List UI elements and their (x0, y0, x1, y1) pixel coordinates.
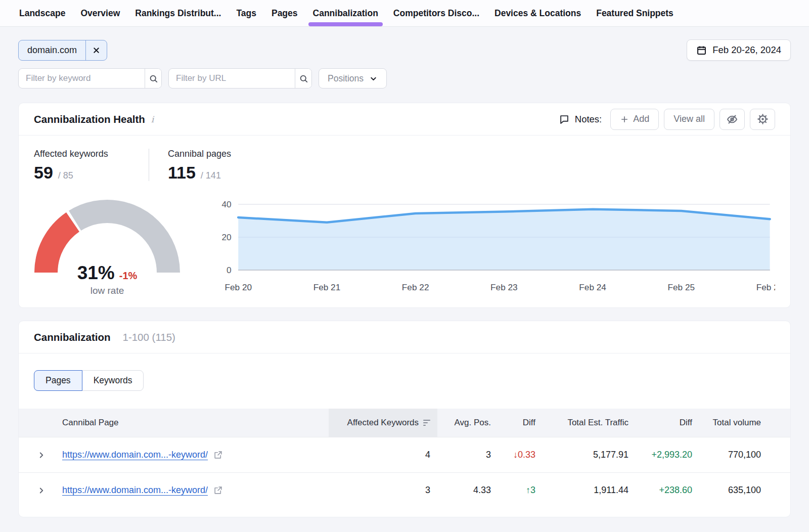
date-range-picker[interactable]: Feb 20-26, 2024 (687, 39, 791, 61)
table-row: https://www.domain.com...-keyword/ 3 4.3… (19, 472, 790, 508)
tab-label: Tags (236, 8, 256, 19)
cannibal-page-link[interactable]: https://www.domain.com...-keyword/ (62, 450, 208, 460)
url-filter-input[interactable] (169, 69, 295, 88)
table-range: 1-100 (115) (122, 331, 175, 343)
stat-label: Cannibal pages (168, 149, 231, 159)
column-cannibal-page[interactable]: Cannibal Page (59, 418, 329, 428)
column-label: Affected Keywords (347, 418, 419, 428)
gauge-caption: low rate (34, 285, 181, 296)
keyword-search-button[interactable] (145, 69, 161, 88)
svg-text:Feb 23: Feb 23 (490, 283, 518, 292)
sort-descending-icon (423, 420, 430, 426)
toggle-label: Keywords (94, 375, 132, 386)
plus-icon (620, 115, 629, 124)
affected-keywords-stat: Affected keywords 59 / 85 (34, 149, 149, 181)
svg-text:Feb 25: Feb 25 (668, 283, 695, 292)
table-header: Cannibal Page Affected Keywords Avg. Pos… (19, 409, 790, 437)
health-stats: Affected keywords 59 / 85 Cannibal pages… (34, 149, 775, 181)
tab-overview[interactable]: Overview (79, 0, 121, 26)
gauge-delta: -1% (119, 270, 138, 282)
info-icon[interactable]: i (151, 114, 154, 124)
keyword-filter-input[interactable] (19, 69, 145, 88)
tab-landscape[interactable]: Landscape (18, 0, 66, 26)
pages-keywords-toggle: Pages Keywords (34, 370, 144, 391)
column-affected-keywords[interactable]: Affected Keywords (329, 409, 437, 437)
column-pos-diff[interactable]: Diff (491, 418, 535, 428)
stat-label: Affected keywords (34, 149, 149, 159)
expand-row-button[interactable] (37, 451, 59, 460)
toggle-keywords[interactable]: Keywords (82, 370, 144, 391)
cannibal-page-link[interactable]: https://www.domain.com...-keyword/ (62, 485, 208, 496)
hide-notes-button[interactable] (720, 109, 745, 130)
svg-text:Feb 26: Feb 26 (756, 283, 775, 292)
affected-keywords-value: 3 (329, 485, 437, 496)
chevron-down-icon (369, 74, 378, 83)
position-diff: ↑3 (491, 485, 535, 496)
report-tabs: Landscape Overview Rankings Distribut...… (0, 0, 809, 27)
external-link-icon[interactable] (213, 485, 223, 495)
volume-value: 770,100 (692, 450, 761, 460)
calendar-icon (696, 45, 707, 56)
tab-label: Featured Snippets (596, 8, 673, 19)
table-card-title: Cannibalization 1-100 (115) (34, 331, 175, 343)
tab-tags[interactable]: Tags (235, 0, 257, 26)
tab-label: Overview (80, 8, 120, 19)
svg-text:Feb 21: Feb 21 (313, 283, 341, 292)
column-total-volume[interactable]: Total volume (692, 418, 761, 428)
position-diff: ↓0.33 (491, 450, 535, 460)
external-link-icon[interactable] (213, 450, 223, 460)
cannibalization-table-card: Cannibalization 1-100 (115) Pages Keywor… (18, 321, 791, 517)
tab-rankings-distribution[interactable]: Rankings Distribut... (134, 0, 222, 26)
svg-text:0: 0 (227, 265, 232, 275)
tab-label: Pages (272, 8, 298, 19)
notes-label-group: Notes: (559, 114, 602, 125)
add-note-label: Add (633, 114, 649, 124)
chevron-right-icon (37, 451, 46, 460)
health-gauge: 31% -1% low rate (34, 197, 181, 294)
view-all-notes-button[interactable]: View all (664, 109, 714, 130)
gear-icon (757, 113, 769, 125)
avg-pos-value: 3 (437, 450, 491, 460)
toggle-label: Pages (46, 375, 71, 386)
positions-dropdown-label: Positions (328, 73, 364, 84)
column-traffic-diff[interactable]: Diff (628, 418, 692, 428)
search-icon (149, 74, 158, 83)
domain-filter-chip[interactable]: domain.com (18, 40, 107, 61)
tab-label: Landscape (19, 8, 65, 19)
tab-label: Cannibalization (313, 8, 378, 19)
gauge-percent: 31% (77, 262, 115, 284)
tab-devices-locations[interactable]: Devices & Locations (493, 0, 582, 26)
settings-button[interactable] (750, 109, 775, 130)
cannibalization-health-card: Cannibalization Health i Notes: Add View… (18, 103, 791, 308)
search-icon (299, 74, 308, 83)
svg-text:40: 40 (221, 200, 231, 209)
date-range-label: Feb 20-26, 2024 (712, 45, 781, 56)
expand-row-button[interactable] (37, 486, 59, 495)
url-search-button[interactable] (295, 69, 311, 88)
positions-dropdown[interactable]: Positions (319, 68, 387, 88)
affected-keywords-value: 4 (329, 450, 437, 460)
column-avg-pos[interactable]: Avg. Pos. (437, 418, 491, 428)
cannibal-pages-stat: Cannibal pages 115 / 141 (149, 149, 231, 181)
column-total-est-traffic[interactable]: Total Est. Traffic (535, 418, 628, 428)
health-card-title: Cannibalization Health i (34, 113, 154, 125)
tab-pages[interactable]: Pages (271, 0, 299, 26)
table-row: https://www.domain.com...-keyword/ 4 3 ↓… (19, 437, 790, 472)
note-comment-icon (559, 114, 570, 125)
url-filter (168, 68, 312, 88)
tab-featured-snippets[interactable]: Featured Snippets (595, 0, 675, 26)
health-trend-chart: 02040 Feb 20Feb 21Feb 22Feb 23Feb 24Feb … (212, 195, 775, 294)
volume-value: 635,100 (692, 485, 761, 496)
remove-domain-filter-button[interactable] (85, 40, 107, 60)
domain-chip-label: domain.com (19, 40, 85, 60)
keyword-filter (18, 68, 162, 88)
eye-off-icon (726, 113, 738, 125)
svg-text:20: 20 (221, 233, 231, 242)
avg-pos-value: 4.33 (437, 485, 491, 496)
tab-cannibalization[interactable]: Cannibalization (312, 0, 379, 26)
view-all-label: View all (673, 114, 705, 124)
toggle-pages[interactable]: Pages (34, 370, 82, 391)
table-title-text: Cannibalization (34, 331, 110, 343)
tab-competitors-discovery[interactable]: Competitors Disco... (392, 0, 480, 26)
add-note-button[interactable]: Add (610, 109, 659, 130)
